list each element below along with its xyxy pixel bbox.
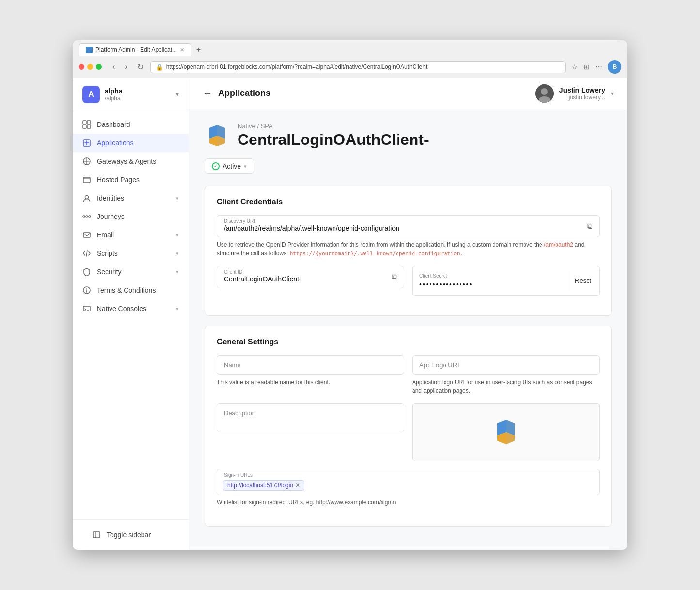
hosted-pages-label: Hosted Pages [97,176,140,184]
client-secret-value: •••••••••••••••• [419,280,473,288]
applications-icon [82,139,91,147]
name-field: Name This value is a readable name for t… [217,355,404,395]
new-tab-button[interactable]: + [192,44,205,56]
sidebar-item-email[interactable]: Email ▾ [73,226,189,244]
toggle-sidebar-button[interactable]: Toggle sidebar [82,526,179,544]
sidebar-item-terms-conditions[interactable]: Terms & Conditions [73,281,189,299]
client-secret-reset-button[interactable]: Reset [567,271,599,291]
svg-point-10 [86,216,88,217]
sidebar-footer: Toggle sidebar [73,519,189,550]
user-email: justin.lowery... [559,94,605,101]
client-credentials-title: Client Credentials [217,198,600,206]
native-consoles-icon [82,304,91,313]
client-id-label: Client ID [224,269,242,275]
toggle-sidebar-label: Toggle sidebar [107,531,151,539]
sign-in-urls-field: Sign-in URLs http://localhost:5173/login… [217,469,600,507]
native-consoles-chevron-icon: ▾ [176,306,179,312]
browser-profile-icon[interactable]: B [608,60,621,74]
tab-close-button[interactable]: ✕ [180,47,184,53]
client-id-copy-button[interactable]: ⧉ [390,271,399,283]
user-name: Justin Lowery [559,86,605,94]
back-to-applications-button[interactable]: ← [203,88,212,99]
sign-in-urls-input[interactable]: Sign-in URLs http://localhost:5173/login… [217,469,600,495]
client-secret-field: Client Secret •••••••••••••••• Reset [412,266,600,296]
traffic-lights [79,64,102,70]
minimize-traffic-light[interactable] [87,64,93,70]
discovery-uri-copy-button[interactable]: ⧉ [585,220,594,233]
sidebar-header[interactable]: A alpha /alpha ▾ [73,78,189,111]
general-settings-card: General Settings Name This value is a re… [205,326,612,527]
tab-bar: Platform Admin - Edit Applicat... ✕ + [73,40,627,56]
app-type-label: Native / SPA [238,123,429,130]
sign-in-url-tag-remove-button[interactable]: ✕ [295,482,300,489]
name-help: This value is a readable name for this c… [217,378,404,387]
identities-icon [82,194,91,202]
svg-rect-11 [83,233,90,237]
journeys-icon [82,212,91,221]
svg-rect-1 [87,121,91,124]
sidebar-item-native-consoles[interactable]: Native Consoles ▾ [73,299,189,318]
sidebar-item-applications[interactable]: Applications [73,134,189,152]
applications-label: Applications [97,139,134,147]
browser-chrome: ‹ › ↻ 🔒 https://openam-crbrl-01.forgeblo… [73,56,627,78]
forward-button[interactable]: › [122,62,130,72]
discovery-uri-link[interactable]: /am/oauth2 [544,241,573,248]
svg-point-8 [83,216,85,217]
terms-icon [82,286,91,295]
sign-in-url-tag-value: http://localhost:5173/login [227,482,293,489]
status-chevron-icon: ▾ [244,163,247,170]
header-right: Justin Lowery justin.lowery... ▾ [535,84,614,103]
sidebar-item-identities[interactable]: Identities ▾ [73,189,189,207]
maximize-traffic-light[interactable] [96,64,102,70]
sidebar-item-dashboard[interactable]: Dashboard [73,115,189,134]
name-logo-row: Name This value is a readable name for t… [217,355,600,395]
sidebar-item-gateways-agents[interactable]: Gateways & Agents [73,152,189,171]
active-tab[interactable]: Platform Admin - Edit Applicat... ✕ [79,43,191,56]
back-button[interactable]: ‹ [110,62,118,72]
address-bar[interactable]: 🔒 https://openam-crbrl-01.forgeblocks.co… [150,61,566,73]
security-chevron-icon: ▾ [176,269,179,275]
app-logo-help: Application logo URI for use in user-fac… [412,378,600,395]
dashboard-icon [82,120,91,129]
client-secret-label: Client Secret [419,273,473,279]
user-info: Justin Lowery justin.lowery... [559,86,605,101]
discovery-uri-field: Discovery URI /am/oauth2/realms/alpha/.w… [217,215,600,258]
menu-button[interactable]: ⋯ [593,62,604,72]
dashboard-label: Dashboard [97,121,130,128]
security-label: Security [97,268,122,276]
scripts-label: Scripts [97,249,118,257]
user-menu-chevron-icon[interactable]: ▾ [611,90,614,97]
svg-rect-14 [93,532,100,538]
realm-info: alpha /alpha [105,87,171,102]
status-badge[interactable]: Active ▾ [205,158,254,174]
svg-rect-0 [83,121,86,124]
realm-chevron-icon: ▾ [176,91,179,98]
hosted-pages-icon [82,175,91,184]
svg-rect-2 [83,125,86,128]
security-icon [82,267,91,276]
identities-chevron-icon: ▾ [176,195,179,202]
app-header: Native / SPA CentralLoginOAuthClient- [205,123,612,149]
discovery-code: https://{yourdomain}/.well-known/openid-… [290,250,463,257]
description-field: Description [217,403,404,461]
sidebar-item-security[interactable]: Security ▾ [73,263,189,281]
sidebar-item-journeys[interactable]: Journeys [73,207,189,226]
gateways-agents-label: Gateways & Agents [97,157,156,165]
discovery-uri-input-wrap: Discovery URI /am/oauth2/realms/alpha/.w… [217,215,600,237]
sign-in-urls-label: Sign-in URLs [224,472,253,478]
discovery-uri-help: Use to retrieve the OpenID Provider info… [217,240,600,258]
extensions-button[interactable]: ⊞ [582,62,591,72]
back-arrow-icon: ← [203,88,212,99]
toggle-sidebar-icon [92,530,101,539]
general-settings-title: General Settings [217,338,600,346]
bookmark-button[interactable]: ☆ [570,62,580,72]
close-traffic-light[interactable] [79,64,84,70]
gateways-icon [82,157,91,166]
realm-name: alpha [105,87,171,95]
refresh-button[interactable]: ↻ [134,62,146,73]
status-active-icon [212,162,220,170]
terms-conditions-label: Terms & Conditions [97,286,156,294]
sidebar-item-scripts[interactable]: Scripts ▾ [73,244,189,263]
svg-point-9 [89,216,91,217]
sidebar-item-hosted-pages[interactable]: Hosted Pages [73,171,189,189]
